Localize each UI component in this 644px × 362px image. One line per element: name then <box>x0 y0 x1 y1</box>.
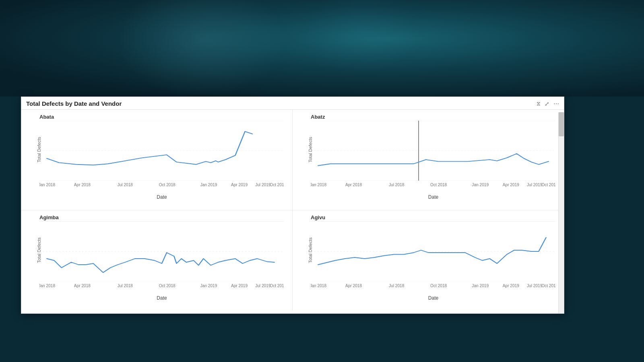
svg-text:Jul 2019: Jul 2019 <box>255 183 271 187</box>
chart-area-abatz: Total Defects 2M 1M 0M <box>297 121 556 193</box>
chart-area-agimba: Total Defects 2M 1M 0M <box>25 221 284 294</box>
svg-text:Oct 2018: Oct 2018 <box>159 284 175 288</box>
chart-area-agivu: Total Defects 2M 1M 0M <box>297 221 556 294</box>
chart-agimba: Agimba Total Defects 2M 1M 0M <box>21 210 293 311</box>
line-chart-agivu: 2M 1M 0M <box>311 221 556 282</box>
svg-text:Jan 2018: Jan 2018 <box>311 284 327 288</box>
chart-abatz: Abatz Total Defects 2M 1M 0M <box>293 110 564 210</box>
svg-text:Jul 2019: Jul 2019 <box>527 183 543 187</box>
svg-text:Apr 2019: Apr 2019 <box>231 183 248 187</box>
svg-text:Jul 2019: Jul 2019 <box>527 284 543 288</box>
svg-text:Oct 2018: Oct 2018 <box>430 284 447 288</box>
x-axis-date-label-agimba: Date <box>157 295 167 301</box>
x-axis-date-label-agivu: Date <box>428 295 438 301</box>
svg-text:Jan 2019: Jan 2019 <box>200 183 217 187</box>
svg-text:Apr 2018: Apr 2018 <box>74 183 91 187</box>
svg-text:Oct 2018: Oct 2018 <box>430 183 447 187</box>
expand-icon[interactable]: ⤢ <box>545 101 549 107</box>
charts-grid: Abata Total Defects 2M 1M 0M <box>21 110 564 311</box>
scrollbar[interactable] <box>558 112 564 313</box>
more-options-icon[interactable]: ⋯ <box>553 101 559 107</box>
svg-text:Apr 2019: Apr 2019 <box>503 284 520 288</box>
line-chart-abatz: 2M 1M 0M <box>311 121 556 181</box>
x-axis-date-label-abatz: Date <box>428 194 438 200</box>
chart-area-abata: Total Defects 2M 1M 0M <box>25 121 284 193</box>
svg-text:Jul 2018: Jul 2018 <box>389 183 405 187</box>
svg-text:Apr 2018: Apr 2018 <box>345 284 362 288</box>
vendor-label-agimba: Agimba <box>25 214 284 220</box>
svg-text:Jan 2018: Jan 2018 <box>311 183 327 187</box>
window-title: Total Defects by Date and Vendor <box>26 100 122 107</box>
svg-text:Oct 2019: Oct 2019 <box>270 183 284 187</box>
bg-texture <box>0 0 644 97</box>
chart-abata: Abata Total Defects 2M 1M 0M <box>21 110 293 210</box>
window-controls: ⧖ ⤢ ⋯ <box>537 100 559 107</box>
x-axis-agivu: Jan 2018 Apr 2018 Jul 2018 Oct 2018 Jan … <box>311 282 556 294</box>
chart-window: Total Defects by Date and Vendor ⧖ ⤢ ⋯ A… <box>21 97 564 314</box>
svg-text:Apr 2019: Apr 2019 <box>503 183 520 187</box>
x-axis-agimba: Jan 2018 Apr 2018 Jul 2018 Oct 2018 Jan … <box>39 282 284 294</box>
window-header: Total Defects by Date and Vendor ⧖ ⤢ ⋯ <box>21 97 564 110</box>
svg-text:Oct 2018: Oct 2018 <box>159 183 175 187</box>
svg-text:Apr 2019: Apr 2019 <box>231 284 248 288</box>
svg-text:Jan 2018: Jan 2018 <box>39 183 55 187</box>
svg-text:Jan 2019: Jan 2019 <box>472 284 489 288</box>
vendor-label-abata: Abata <box>25 114 284 120</box>
svg-text:Jan 2019: Jan 2019 <box>472 183 489 187</box>
svg-container-abata: 2M 1M 0M <box>39 121 284 181</box>
svg-text:Oct 2019: Oct 2019 <box>541 183 556 187</box>
vendor-label-agivu: Agivu <box>297 214 556 220</box>
vendor-label-abatz: Abatz <box>297 114 556 120</box>
svg-text:Apr 2018: Apr 2018 <box>74 284 91 288</box>
svg-container-abatz: 2M 1M 0M <box>311 121 556 181</box>
scrollbar-thumb[interactable] <box>559 112 564 136</box>
svg-text:Jan 2018: Jan 2018 <box>39 284 55 288</box>
svg-text:Jul 2018: Jul 2018 <box>389 284 405 288</box>
svg-text:Jul 2018: Jul 2018 <box>118 183 133 187</box>
svg-text:Oct 2019: Oct 2019 <box>270 284 284 288</box>
x-axis-date-label-abata: Date <box>157 194 167 200</box>
svg-text:Apr 2018: Apr 2018 <box>345 183 362 187</box>
svg-text:Jul 2018: Jul 2018 <box>118 284 133 288</box>
line-chart-agimba: 2M 1M 0M <box>39 221 284 282</box>
x-axis-abata: Jan 2018 Apr 2018 Jul 2018 Oct 2018 Jan … <box>39 181 284 193</box>
filter-icon[interactable]: ⧖ <box>537 100 541 107</box>
svg-container-agivu: 2M 1M 0M <box>311 221 556 282</box>
svg-container-agimba: 2M 1M 0M <box>39 221 284 282</box>
svg-text:Oct 2019: Oct 2019 <box>541 284 556 288</box>
x-axis-abatz: Jan 2018 Apr 2018 Jul 2018 Oct 2018 Jan … <box>311 181 556 193</box>
chart-agivu: Agivu Total Defects 2M 1M 0M <box>293 210 564 311</box>
svg-text:Jul 2019: Jul 2019 <box>255 284 271 288</box>
line-chart-abata: 2M 1M 0M <box>39 121 284 181</box>
svg-text:Jan 2019: Jan 2019 <box>200 284 217 288</box>
